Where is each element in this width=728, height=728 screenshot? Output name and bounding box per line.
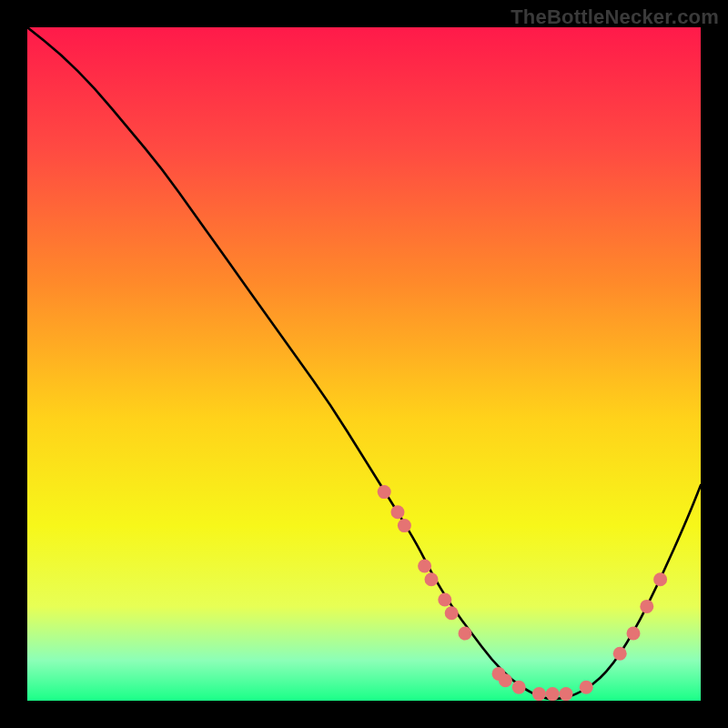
data-point <box>640 600 653 613</box>
curve-line <box>27 27 701 699</box>
data-point <box>512 681 526 694</box>
data-point <box>499 673 512 687</box>
data-point <box>459 627 472 641</box>
data-point <box>391 505 405 519</box>
data-point <box>418 560 431 573</box>
chart-container: TheBottleNecker.com <box>0 0 728 728</box>
data-point <box>560 687 573 701</box>
data-point <box>378 485 391 499</box>
chart-svg <box>27 27 701 701</box>
data-point <box>613 647 627 661</box>
data-point <box>653 572 667 586</box>
data-point <box>546 687 560 701</box>
data-point <box>398 519 411 532</box>
data-point <box>532 687 546 701</box>
data-point <box>425 572 439 586</box>
watermark: TheBottleNecker.com <box>511 5 719 29</box>
data-point <box>580 681 593 694</box>
data-point <box>445 606 459 620</box>
plot-area <box>27 27 701 701</box>
data-point <box>438 593 451 607</box>
data-point <box>627 627 641 641</box>
